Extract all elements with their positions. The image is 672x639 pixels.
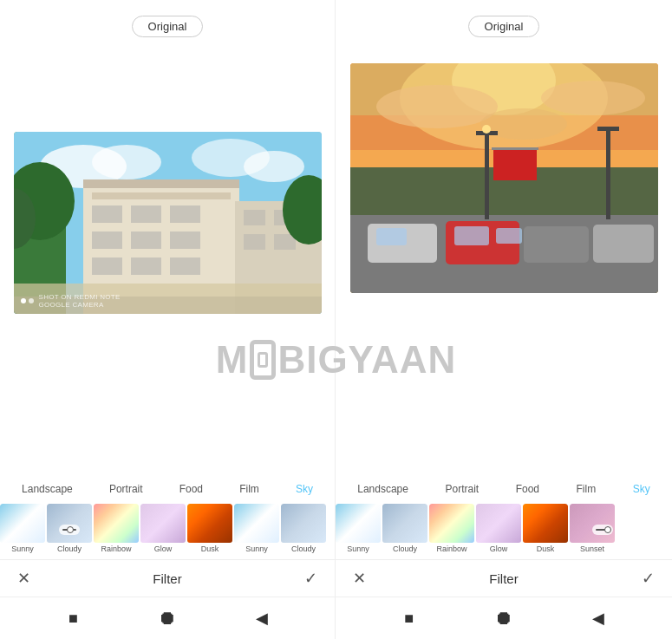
svg-rect-14 [131,231,161,249]
svg-rect-9 [92,192,231,199]
confirm-button-right[interactable]: ✓ [642,569,655,588]
filter-dusk-right[interactable]: Dusk [523,504,568,556]
svg-rect-50 [606,128,610,219]
tab-food-right[interactable]: Food [514,478,541,500]
photo-area-left: SHOT ON REDMI NOTEGOOGLE CAMERA [0,37,335,408]
filter-tabs-left: Landscape Portrait Food Film Sky [0,478,335,500]
svg-rect-48 [493,150,537,180]
svg-rect-43 [454,226,489,245]
back-icon-left[interactable]: ◀ [251,608,272,629]
photo-left: SHOT ON REDMI NOTEGOOGLE CAMERA [14,132,322,314]
slider-indicator-left [59,525,80,535]
svg-rect-41 [593,225,654,263]
svg-point-33 [376,85,498,128]
photo-right [350,63,658,293]
svg-point-2 [92,145,161,179]
filter-dusk-left[interactable]: Dusk [187,504,232,556]
svg-rect-49 [492,147,538,150]
tab-sky-left[interactable]: Sky [294,478,315,500]
action-bar-right: ✕ Filter ✓ [336,559,672,597]
cancel-button-right[interactable]: ✕ [353,569,366,588]
action-bar-left: ✕ Filter ✓ [0,559,335,597]
svg-rect-18 [170,258,200,275]
filter-glow-right[interactable]: Glow [476,504,521,556]
svg-rect-16 [92,258,122,275]
svg-rect-40 [524,226,589,263]
svg-rect-15 [170,231,200,249]
photo-area-right [336,37,672,408]
svg-rect-17 [131,258,161,275]
stop-icon-left[interactable]: ■ [62,608,83,629]
filter-sunny-right[interactable]: Sunny [336,504,381,556]
original-button-right[interactable]: Original [468,16,540,37]
svg-rect-13 [92,231,122,249]
filter-sunset-right[interactable]: Sunset [570,504,615,556]
filter-label-left: Filter [153,571,181,586]
tab-film-right[interactable]: Film [575,478,598,500]
filter-label-right: Filter [489,571,518,586]
tab-landscape-right[interactable]: Landscape [356,478,410,500]
svg-rect-10 [92,205,122,223]
stop-icon-right[interactable]: ■ [399,608,420,629]
cancel-button-left[interactable]: ✕ [17,569,30,588]
circle-icon-right[interactable]: ⏺ [493,608,514,629]
left-panel: Original [0,0,336,639]
svg-rect-44 [496,228,522,244]
svg-rect-12 [170,205,200,223]
filter-cloudy-right[interactable]: Cloudy [382,504,427,556]
tab-food-left[interactable]: Food [178,478,205,500]
svg-point-47 [482,125,491,134]
original-button-left[interactable]: Original [132,16,204,37]
filter-strip-left: Sunny Cloudy Rainbow Glow Dusk [0,500,335,559]
filter-tabs-right: Landscape Portrait Food Film Sky [336,478,672,500]
filter-cloudy-left[interactable]: Cloudy [47,504,92,556]
filter-strip-right: Sunny Cloudy Rainbow Glow Dusk [336,500,672,559]
filter-glow-left[interactable]: Glow [140,504,186,556]
filter-rainbow-right[interactable]: Rainbow [429,504,474,556]
tab-sky-right[interactable]: Sky [631,478,652,500]
bottom-nav-left: ■ ⏺ ◀ [0,597,335,639]
watermark-spacer-right [336,408,672,478]
watermark-spacer-left [0,408,335,478]
svg-point-34 [541,81,645,115]
slider-indicator-right [592,525,613,535]
photo-overlay-left: SHOT ON REDMI NOTEGOOGLE CAMERA [21,293,121,309]
confirm-button-left[interactable]: ✓ [304,569,317,588]
circle-icon-left[interactable]: ⏺ [157,608,178,629]
filter-sunny-left[interactable]: Sunny [0,504,45,556]
tab-film-left[interactable]: Film [238,478,261,500]
svg-rect-45 [485,133,489,219]
svg-rect-21 [244,210,265,225]
tab-portrait-left[interactable]: Portrait [108,478,145,500]
svg-rect-42 [376,228,407,245]
tab-portrait-right[interactable]: Portrait [443,478,480,500]
tab-landscape-left[interactable]: Landscape [20,478,75,500]
photo-label-left: SHOT ON REDMI NOTEGOOGLE CAMERA [39,293,121,309]
filter-sunny2-left[interactable]: Sunny [234,504,279,556]
svg-rect-11 [131,205,161,223]
filter-cloudy2-left[interactable]: Cloudy [281,504,326,556]
right-panel: Original [336,0,672,639]
filter-rainbow-left[interactable]: Rainbow [94,504,139,556]
back-icon-right[interactable]: ◀ [588,608,609,629]
svg-point-4 [244,151,304,182]
svg-rect-51 [597,127,619,131]
svg-rect-19 [83,179,239,188]
svg-rect-23 [244,234,265,250]
bottom-nav-right: ■ ⏺ ◀ [336,597,672,639]
